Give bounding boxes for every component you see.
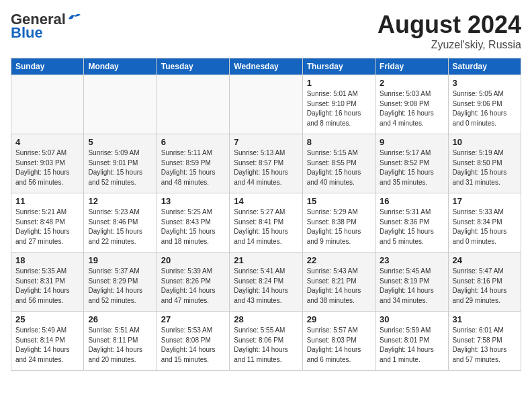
day-number: 26 (88, 314, 152, 324)
day-info: Sunrise: 5:37 AM Sunset: 8:29 PM Dayligh… (88, 267, 152, 306)
month-title: August 2024 (378, 11, 521, 39)
calendar-day-cell: 20Sunrise: 5:39 AM Sunset: 8:26 PM Dayli… (157, 253, 229, 312)
logo: General Blue (11, 11, 82, 42)
day-info: Sunrise: 6:01 AM Sunset: 7:58 PM Dayligh… (453, 326, 517, 365)
calendar-day-cell: 17Sunrise: 5:33 AM Sunset: 8:34 PM Dayli… (448, 193, 521, 253)
day-number: 10 (453, 137, 517, 147)
calendar-day-cell: 3Sunrise: 5:05 AM Sunset: 9:06 PM Daylig… (448, 75, 521, 134)
day-number: 29 (307, 314, 371, 324)
day-number: 18 (15, 255, 79, 265)
page-header: General Blue August 2024 Zyuzel'skiy, Ru… (11, 11, 521, 51)
day-info: Sunrise: 5:13 AM Sunset: 8:57 PM Dayligh… (234, 148, 298, 187)
weekday-header-tuesday: Tuesday (157, 58, 229, 75)
weekday-header-monday: Monday (84, 58, 157, 75)
day-number: 17 (453, 196, 517, 206)
day-number: 15 (307, 196, 371, 206)
day-number: 3 (453, 78, 517, 88)
logo-bird-icon (67, 12, 82, 24)
day-number: 6 (161, 137, 225, 147)
location-label: Zyuzel'skiy, Russia (378, 39, 521, 51)
calendar-day-cell: 14Sunrise: 5:27 AM Sunset: 8:41 PM Dayli… (230, 193, 302, 253)
calendar-day-cell: 26Sunrise: 5:51 AM Sunset: 8:11 PM Dayli… (84, 312, 157, 371)
calendar-day-cell: 29Sunrise: 5:57 AM Sunset: 8:03 PM Dayli… (302, 312, 375, 371)
calendar-day-cell: 12Sunrise: 5:23 AM Sunset: 8:46 PM Dayli… (84, 193, 157, 253)
calendar-week-row: 1Sunrise: 5:01 AM Sunset: 9:10 PM Daylig… (11, 75, 521, 134)
calendar-day-cell: 6Sunrise: 5:11 AM Sunset: 8:59 PM Daylig… (157, 134, 229, 193)
day-info: Sunrise: 5:31 AM Sunset: 8:36 PM Dayligh… (380, 208, 443, 246)
weekday-header-sunday: Sunday (11, 58, 84, 75)
day-info: Sunrise: 5:27 AM Sunset: 8:41 PM Dayligh… (234, 208, 298, 246)
calendar-day-cell: 18Sunrise: 5:35 AM Sunset: 8:31 PM Dayli… (11, 253, 84, 312)
calendar-day-cell: 1Sunrise: 5:01 AM Sunset: 9:10 PM Daylig… (302, 75, 375, 134)
day-info: Sunrise: 5:49 AM Sunset: 8:14 PM Dayligh… (15, 326, 79, 365)
calendar-day-cell: 13Sunrise: 5:25 AM Sunset: 8:43 PM Dayli… (157, 193, 229, 253)
day-number: 24 (453, 255, 517, 265)
calendar-day-cell: 7Sunrise: 5:13 AM Sunset: 8:57 PM Daylig… (230, 134, 302, 193)
day-number: 13 (161, 196, 225, 206)
day-number: 23 (380, 255, 443, 265)
day-info: Sunrise: 5:29 AM Sunset: 8:38 PM Dayligh… (307, 208, 371, 246)
day-info: Sunrise: 5:39 AM Sunset: 8:26 PM Dayligh… (161, 267, 225, 306)
calendar-day-cell: 24Sunrise: 5:47 AM Sunset: 8:16 PM Dayli… (448, 253, 521, 312)
calendar-day-cell: 25Sunrise: 5:49 AM Sunset: 8:14 PM Dayli… (11, 312, 84, 371)
day-number: 22 (307, 255, 371, 265)
calendar-day-cell: 9Sunrise: 5:17 AM Sunset: 8:52 PM Daylig… (375, 134, 448, 193)
day-info: Sunrise: 5:33 AM Sunset: 8:34 PM Dayligh… (453, 208, 517, 246)
logo-blue: Blue (11, 24, 43, 42)
calendar-day-cell: 23Sunrise: 5:45 AM Sunset: 8:19 PM Dayli… (375, 253, 448, 312)
day-number: 2 (380, 78, 443, 88)
calendar-day-cell: 15Sunrise: 5:29 AM Sunset: 8:38 PM Dayli… (302, 193, 375, 253)
weekday-header-thursday: Thursday (302, 58, 375, 75)
day-info: Sunrise: 5:03 AM Sunset: 9:08 PM Dayligh… (380, 89, 443, 128)
day-info: Sunrise: 5:25 AM Sunset: 8:43 PM Dayligh… (161, 208, 225, 246)
calendar-day-cell: 27Sunrise: 5:53 AM Sunset: 8:08 PM Dayli… (157, 312, 229, 371)
weekday-header-friday: Friday (375, 58, 448, 75)
day-info: Sunrise: 5:23 AM Sunset: 8:46 PM Dayligh… (88, 208, 152, 246)
day-info: Sunrise: 5:15 AM Sunset: 8:55 PM Dayligh… (307, 148, 371, 187)
day-info: Sunrise: 5:35 AM Sunset: 8:31 PM Dayligh… (15, 267, 79, 306)
calendar-week-row: 11Sunrise: 5:21 AM Sunset: 8:48 PM Dayli… (11, 193, 521, 253)
day-info: Sunrise: 5:47 AM Sunset: 8:16 PM Dayligh… (453, 267, 517, 306)
day-number: 11 (15, 196, 79, 206)
calendar-week-row: 18Sunrise: 5:35 AM Sunset: 8:31 PM Dayli… (11, 253, 521, 312)
weekday-header-row: SundayMondayTuesdayWednesdayThursdayFrid… (11, 58, 521, 75)
weekday-header-wednesday: Wednesday (230, 58, 302, 75)
empty-day-cell (84, 75, 157, 134)
calendar-day-cell: 22Sunrise: 5:43 AM Sunset: 8:21 PM Dayli… (302, 253, 375, 312)
title-block: August 2024 Zyuzel'skiy, Russia (378, 11, 521, 51)
calendar-day-cell: 30Sunrise: 5:59 AM Sunset: 8:01 PM Dayli… (375, 312, 448, 371)
calendar-day-cell: 31Sunrise: 6:01 AM Sunset: 7:58 PM Dayli… (448, 312, 521, 371)
day-number: 8 (307, 137, 371, 147)
day-info: Sunrise: 5:55 AM Sunset: 8:06 PM Dayligh… (234, 326, 298, 365)
day-info: Sunrise: 5:57 AM Sunset: 8:03 PM Dayligh… (307, 326, 371, 365)
day-info: Sunrise: 5:09 AM Sunset: 9:01 PM Dayligh… (88, 148, 152, 187)
day-info: Sunrise: 5:53 AM Sunset: 8:08 PM Dayligh… (161, 326, 225, 365)
calendar-day-cell: 5Sunrise: 5:09 AM Sunset: 9:01 PM Daylig… (84, 134, 157, 193)
day-info: Sunrise: 5:17 AM Sunset: 8:52 PM Dayligh… (380, 148, 443, 187)
day-info: Sunrise: 5:59 AM Sunset: 8:01 PM Dayligh… (380, 326, 443, 365)
day-number: 28 (234, 314, 298, 324)
day-number: 20 (161, 255, 225, 265)
day-info: Sunrise: 5:41 AM Sunset: 8:24 PM Dayligh… (234, 267, 298, 306)
day-number: 12 (88, 196, 152, 206)
calendar-week-row: 25Sunrise: 5:49 AM Sunset: 8:14 PM Dayli… (11, 312, 521, 371)
day-info: Sunrise: 5:19 AM Sunset: 8:50 PM Dayligh… (453, 148, 517, 187)
day-number: 30 (380, 314, 443, 324)
calendar-day-cell: 2Sunrise: 5:03 AM Sunset: 9:08 PM Daylig… (375, 75, 448, 134)
day-info: Sunrise: 5:05 AM Sunset: 9:06 PM Dayligh… (453, 89, 517, 128)
empty-day-cell (230, 75, 302, 134)
calendar-day-cell: 4Sunrise: 5:07 AM Sunset: 9:03 PM Daylig… (11, 134, 84, 193)
calendar-day-cell: 11Sunrise: 5:21 AM Sunset: 8:48 PM Dayli… (11, 193, 84, 253)
weekday-header-saturday: Saturday (448, 58, 521, 75)
day-info: Sunrise: 5:01 AM Sunset: 9:10 PM Dayligh… (307, 89, 371, 128)
calendar-day-cell: 16Sunrise: 5:31 AM Sunset: 8:36 PM Dayli… (375, 193, 448, 253)
calendar-day-cell: 28Sunrise: 5:55 AM Sunset: 8:06 PM Dayli… (230, 312, 302, 371)
day-info: Sunrise: 5:07 AM Sunset: 9:03 PM Dayligh… (15, 148, 79, 187)
empty-day-cell (11, 75, 84, 134)
day-number: 14 (234, 196, 298, 206)
day-number: 5 (88, 137, 152, 147)
day-number: 27 (161, 314, 225, 324)
day-number: 19 (88, 255, 152, 265)
day-number: 25 (15, 314, 79, 324)
calendar-table: SundayMondayTuesdayWednesdayThursdayFrid… (11, 58, 521, 371)
